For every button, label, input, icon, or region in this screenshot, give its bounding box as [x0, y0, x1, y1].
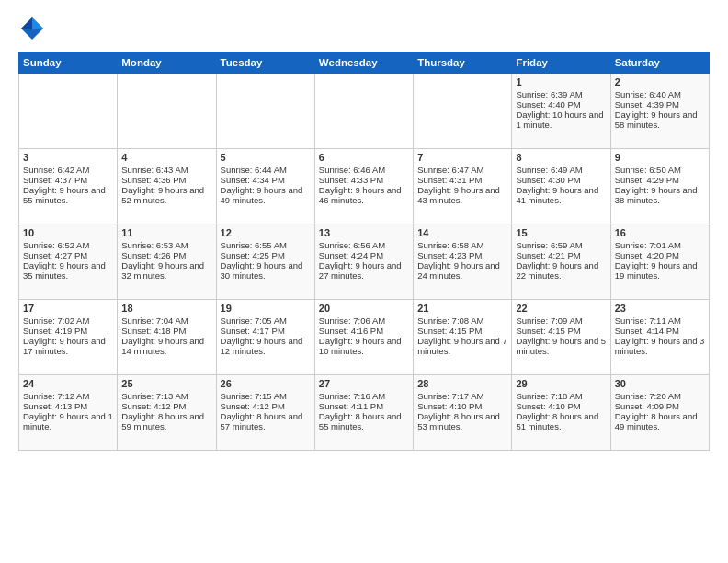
cell-info: Daylight: 9 hours and 17 minutes.: [23, 336, 113, 356]
cell-info: Sunset: 4:34 PM: [221, 175, 311, 185]
day-number: 22: [516, 303, 606, 314]
cell-info: Daylight: 9 hours and 1 minute.: [23, 411, 113, 431]
cell-0-1: [118, 74, 216, 149]
day-number: 9: [615, 152, 705, 163]
cell-4-4: 28Sunrise: 7:17 AMSunset: 4:10 PMDayligh…: [414, 375, 512, 451]
header-sunday: Sunday: [19, 52, 118, 74]
cell-info: Daylight: 9 hours and 14 minutes.: [121, 336, 211, 356]
cell-info: Daylight: 9 hours and 7 minutes.: [417, 336, 507, 356]
day-number: 23: [615, 303, 705, 314]
cell-3-3: 20Sunrise: 7:06 AMSunset: 4:16 PMDayligh…: [314, 300, 413, 375]
svg-marker-2: [21, 17, 32, 30]
cell-1-4: 7Sunrise: 6:47 AMSunset: 4:31 PMDaylight…: [414, 149, 512, 224]
cell-info: Sunrise: 6:50 AM: [615, 165, 705, 175]
cell-info: Sunset: 4:40 PM: [516, 99, 606, 109]
week-row-2: 10Sunrise: 6:52 AMSunset: 4:27 PMDayligh…: [19, 224, 710, 300]
cell-info: Daylight: 8 hours and 59 minutes.: [121, 411, 211, 431]
cell-1-6: 9Sunrise: 6:50 AMSunset: 4:29 PMDaylight…: [610, 149, 709, 224]
cell-info: Sunset: 4:21 PM: [516, 250, 606, 260]
day-number: 18: [121, 303, 211, 314]
day-number: 13: [319, 227, 409, 238]
cell-0-0: [19, 74, 118, 149]
page: SundayMondayTuesdayWednesdayThursdayFrid…: [0, 0, 728, 563]
cell-2-2: 12Sunrise: 6:55 AMSunset: 4:25 PMDayligh…: [216, 224, 314, 300]
cell-info: Sunset: 4:10 PM: [417, 401, 507, 411]
cell-info: Sunrise: 6:39 AM: [516, 89, 606, 99]
header-thursday: Thursday: [414, 52, 512, 74]
cell-info: Sunset: 4:27 PM: [23, 250, 113, 260]
cell-info: Sunrise: 7:20 AM: [615, 391, 705, 401]
day-number: 26: [221, 378, 311, 389]
cell-info: Sunset: 4:23 PM: [417, 250, 507, 260]
cell-info: Daylight: 9 hours and 19 minutes.: [615, 260, 705, 281]
cell-info: Sunset: 4:39 PM: [615, 99, 705, 109]
cell-2-3: 13Sunrise: 6:56 AMSunset: 4:24 PMDayligh…: [314, 224, 413, 300]
cell-0-4: [414, 74, 512, 149]
cell-1-0: 3Sunrise: 6:42 AMSunset: 4:37 PMDaylight…: [19, 149, 118, 224]
day-number: 4: [121, 152, 211, 163]
cell-info: Daylight: 9 hours and 32 minutes.: [121, 260, 211, 281]
cell-info: Sunrise: 7:18 AM: [516, 391, 606, 401]
svg-marker-1: [32, 17, 43, 30]
cell-info: Daylight: 10 hours and 1 minute.: [516, 109, 606, 130]
cell-info: Daylight: 9 hours and 46 minutes.: [319, 185, 409, 205]
day-number: 16: [615, 227, 705, 238]
calendar-table: SundayMondayTuesdayWednesdayThursdayFrid…: [18, 52, 710, 451]
day-number: 2: [615, 76, 705, 87]
cell-info: Sunrise: 6:55 AM: [221, 240, 311, 250]
cell-info: Sunset: 4:16 PM: [319, 326, 409, 336]
cell-info: Sunrise: 6:58 AM: [417, 240, 507, 250]
cell-2-0: 10Sunrise: 6:52 AMSunset: 4:27 PMDayligh…: [19, 224, 118, 300]
cell-1-2: 5Sunrise: 6:44 AMSunset: 4:34 PMDaylight…: [216, 149, 314, 224]
cell-4-6: 30Sunrise: 7:20 AMSunset: 4:09 PMDayligh…: [610, 375, 709, 451]
cell-info: Sunset: 4:15 PM: [516, 326, 606, 336]
cell-info: Sunrise: 6:56 AM: [319, 240, 409, 250]
cell-info: Daylight: 9 hours and 49 minutes.: [221, 185, 311, 205]
day-number: 3: [23, 152, 113, 163]
cell-info: Sunrise: 7:06 AM: [319, 316, 409, 326]
header-wednesday: Wednesday: [314, 52, 413, 74]
day-number: 5: [221, 152, 311, 163]
cell-info: Daylight: 9 hours and 27 minutes.: [319, 260, 409, 281]
cell-info: Sunset: 4:26 PM: [121, 250, 211, 260]
cell-4-5: 29Sunrise: 7:18 AMSunset: 4:10 PMDayligh…: [512, 375, 610, 451]
day-number: 20: [319, 303, 409, 314]
cell-info: Sunrise: 6:43 AM: [121, 165, 211, 175]
week-row-1: 3Sunrise: 6:42 AMSunset: 4:37 PMDaylight…: [19, 149, 710, 224]
cell-info: Sunrise: 6:42 AM: [23, 165, 113, 175]
cell-info: Daylight: 9 hours and 10 minutes.: [319, 336, 409, 356]
cell-2-1: 11Sunrise: 6:53 AMSunset: 4:26 PMDayligh…: [118, 224, 216, 300]
cell-info: Daylight: 9 hours and 52 minutes.: [121, 185, 211, 205]
cell-0-6: 2Sunrise: 6:40 AMSunset: 4:39 PMDaylight…: [610, 74, 709, 149]
cell-info: Sunrise: 6:53 AM: [121, 240, 211, 250]
cell-info: Sunrise: 7:13 AM: [121, 391, 211, 401]
cell-info: Daylight: 9 hours and 58 minutes.: [615, 109, 705, 130]
cell-info: Sunset: 4:09 PM: [615, 401, 705, 411]
cell-4-3: 27Sunrise: 7:16 AMSunset: 4:11 PMDayligh…: [314, 375, 413, 451]
cell-info: Sunset: 4:33 PM: [319, 175, 409, 185]
cell-2-6: 16Sunrise: 7:01 AMSunset: 4:20 PMDayligh…: [610, 224, 709, 300]
cell-info: Sunrise: 6:44 AM: [221, 165, 311, 175]
cell-info: Daylight: 9 hours and 38 minutes.: [615, 185, 705, 205]
cell-info: Sunrise: 6:47 AM: [417, 165, 507, 175]
cell-info: Sunrise: 7:09 AM: [516, 316, 606, 326]
cell-info: Daylight: 9 hours and 30 minutes.: [221, 260, 311, 281]
cell-info: Sunset: 4:15 PM: [417, 326, 507, 336]
cell-info: Daylight: 9 hours and 5 minutes.: [516, 336, 606, 356]
day-number: 27: [319, 378, 409, 389]
cell-4-0: 24Sunrise: 7:12 AMSunset: 4:13 PMDayligh…: [19, 375, 118, 451]
cell-info: Daylight: 8 hours and 49 minutes.: [615, 411, 705, 431]
cell-0-3: [314, 74, 413, 149]
cell-2-4: 14Sunrise: 6:58 AMSunset: 4:23 PMDayligh…: [414, 224, 512, 300]
cell-info: Sunset: 4:36 PM: [121, 175, 211, 185]
cell-info: Sunrise: 7:11 AM: [615, 316, 705, 326]
cell-1-3: 6Sunrise: 6:46 AMSunset: 4:33 PMDaylight…: [314, 149, 413, 224]
cell-info: Sunrise: 6:46 AM: [319, 165, 409, 175]
logo-icon: [18, 15, 46, 42]
cell-info: Sunset: 4:12 PM: [221, 401, 311, 411]
cell-1-1: 4Sunrise: 6:43 AMSunset: 4:36 PMDaylight…: [118, 149, 216, 224]
cell-info: Sunset: 4:25 PM: [221, 250, 311, 260]
cell-0-2: [216, 74, 314, 149]
cell-info: Sunset: 4:31 PM: [417, 175, 507, 185]
cell-info: Daylight: 9 hours and 3 minutes.: [615, 336, 705, 356]
